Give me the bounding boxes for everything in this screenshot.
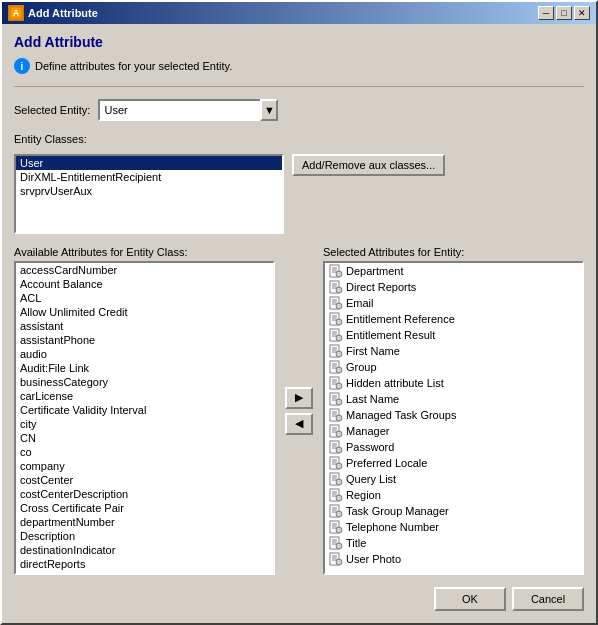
selected-list-item[interactable]: Manager xyxy=(325,423,582,439)
arrow-buttons: ▶ ◀ xyxy=(283,246,315,575)
remove-attribute-button[interactable]: ◀ xyxy=(285,413,313,435)
available-list-item[interactable]: co xyxy=(16,445,273,459)
selected-list-item[interactable]: Entitlement Result xyxy=(325,327,582,343)
divider xyxy=(14,86,584,87)
selected-label: Selected Attributes for Entity: xyxy=(323,246,584,258)
available-list-item[interactable]: departmentNumber xyxy=(16,515,273,529)
attribute-icon xyxy=(329,520,343,534)
maximize-button[interactable]: □ xyxy=(556,6,572,20)
svg-point-66 xyxy=(336,463,342,469)
info-icon: i xyxy=(14,58,30,74)
svg-text:A: A xyxy=(13,8,20,18)
selected-list-item[interactable]: Region xyxy=(325,487,582,503)
available-list-item[interactable]: DirXML-Associations xyxy=(16,571,273,575)
close-button[interactable]: ✕ xyxy=(574,6,590,20)
selected-list-item[interactable]: Task Group Manager xyxy=(325,503,582,519)
selected-list-item[interactable]: Password xyxy=(325,439,582,455)
available-list-item[interactable]: assistant xyxy=(16,319,273,333)
class-item-user[interactable]: User xyxy=(16,156,282,170)
attribute-icon xyxy=(329,456,343,470)
selected-list-item[interactable]: Last Name xyxy=(325,391,582,407)
available-list-item[interactable]: destinationIndicator xyxy=(16,543,273,557)
svg-point-46 xyxy=(336,399,342,405)
entity-classes-box[interactable]: User DirXML-EntitlementRecipient srvprvU… xyxy=(14,154,284,234)
attribute-icon xyxy=(329,360,343,374)
entity-classes-label: Entity Classes: xyxy=(14,133,584,145)
classes-row: User DirXML-EntitlementRecipient srvprvU… xyxy=(14,154,584,234)
selected-list-item[interactable]: Hidden attribute List xyxy=(325,375,582,391)
svg-point-6 xyxy=(336,271,342,277)
available-list-item[interactable]: carLicense xyxy=(16,389,273,403)
entity-label: Selected Entity: xyxy=(14,104,90,116)
svg-point-16 xyxy=(336,303,342,309)
class-item-srvprv[interactable]: srvprvUserAux xyxy=(16,184,282,198)
window-icon: A xyxy=(8,5,24,21)
available-list-item[interactable]: audio xyxy=(16,347,273,361)
available-list-item[interactable]: Description xyxy=(16,529,273,543)
available-list-item[interactable]: Cross Certificate Pair xyxy=(16,501,273,515)
selected-list-item[interactable]: Telephone Number xyxy=(325,519,582,535)
available-list-item[interactable]: directReports xyxy=(16,557,273,571)
minimize-button[interactable]: ─ xyxy=(538,6,554,20)
selected-list-item[interactable]: Direct Reports xyxy=(325,279,582,295)
selected-list-item[interactable]: Title xyxy=(325,535,582,551)
svg-point-21 xyxy=(336,319,342,325)
selected-item-label: Direct Reports xyxy=(346,281,416,293)
selected-list-item[interactable]: User Photo xyxy=(325,551,582,567)
available-list-item[interactable]: businessCategory xyxy=(16,375,273,389)
add-remove-aux-button[interactable]: Add/Remove aux classes... xyxy=(292,154,445,176)
attribute-icon xyxy=(329,296,343,310)
attribute-icon xyxy=(329,408,343,422)
selected-list-item[interactable]: Email xyxy=(325,295,582,311)
lists-section: Available Attributes for Entity Class: a… xyxy=(14,246,584,575)
attribute-icon xyxy=(329,440,343,454)
available-list-item[interactable]: Account Balance xyxy=(16,277,273,291)
attribute-icon xyxy=(329,328,343,342)
selected-item-label: Title xyxy=(346,537,366,549)
svg-point-56 xyxy=(336,431,342,437)
svg-point-61 xyxy=(336,447,342,453)
available-list-item[interactable]: Audit:File Link xyxy=(16,361,273,375)
window-content: Add Attribute i Define attributes for yo… xyxy=(2,24,596,623)
entity-select-wrapper[interactable]: User ▼ xyxy=(98,99,278,121)
selected-list-item[interactable]: Preferred Locale xyxy=(325,455,582,471)
available-list-item[interactable]: accessCardNumber xyxy=(16,263,273,277)
ok-button[interactable]: OK xyxy=(434,587,506,611)
svg-point-76 xyxy=(336,495,342,501)
svg-point-51 xyxy=(336,415,342,421)
available-list[interactable]: accessCardNumberAccount BalanceACLAllow … xyxy=(14,261,275,575)
selected-list-item[interactable]: First Name xyxy=(325,343,582,359)
available-list-item[interactable]: Certificate Validity Interval xyxy=(16,403,273,417)
svg-point-86 xyxy=(336,527,342,533)
entity-row: Selected Entity: User ▼ xyxy=(14,99,584,121)
available-list-item[interactable]: CN xyxy=(16,431,273,445)
selected-list-item[interactable]: Entitlement Reference xyxy=(325,311,582,327)
available-list-item[interactable]: costCenterDescription xyxy=(16,487,273,501)
selected-item-label: Preferred Locale xyxy=(346,457,427,469)
entity-select[interactable]: User xyxy=(98,99,278,121)
available-list-item[interactable]: company xyxy=(16,459,273,473)
available-list-item[interactable]: city xyxy=(16,417,273,431)
selected-list[interactable]: DepartmentDirect ReportsEmailEntitlement… xyxy=(323,261,584,575)
info-text: Define attributes for your selected Enti… xyxy=(35,60,232,72)
class-item-dirxml[interactable]: DirXML-EntitlementRecipient xyxy=(16,170,282,184)
attribute-icon xyxy=(329,312,343,326)
svg-point-91 xyxy=(336,543,342,549)
available-list-item[interactable]: costCenter xyxy=(16,473,273,487)
available-list-item[interactable]: assistantPhone xyxy=(16,333,273,347)
selected-item-label: Last Name xyxy=(346,393,399,405)
title-bar-controls: ─ □ ✕ xyxy=(538,6,590,20)
attribute-icon xyxy=(329,472,343,486)
selected-list-item[interactable]: Query List xyxy=(325,471,582,487)
selected-list-item[interactable]: Managed Task Groups xyxy=(325,407,582,423)
attribute-icon xyxy=(329,264,343,278)
cancel-button[interactable]: Cancel xyxy=(512,587,584,611)
svg-point-96 xyxy=(336,559,342,565)
add-attribute-button[interactable]: ▶ xyxy=(285,387,313,409)
selected-list-item[interactable]: Department xyxy=(325,263,582,279)
attribute-icon xyxy=(329,488,343,502)
selected-item-label: Department xyxy=(346,265,403,277)
available-list-item[interactable]: Allow Unlimited Credit xyxy=(16,305,273,319)
available-list-item[interactable]: ACL xyxy=(16,291,273,305)
selected-list-item[interactable]: Group xyxy=(325,359,582,375)
